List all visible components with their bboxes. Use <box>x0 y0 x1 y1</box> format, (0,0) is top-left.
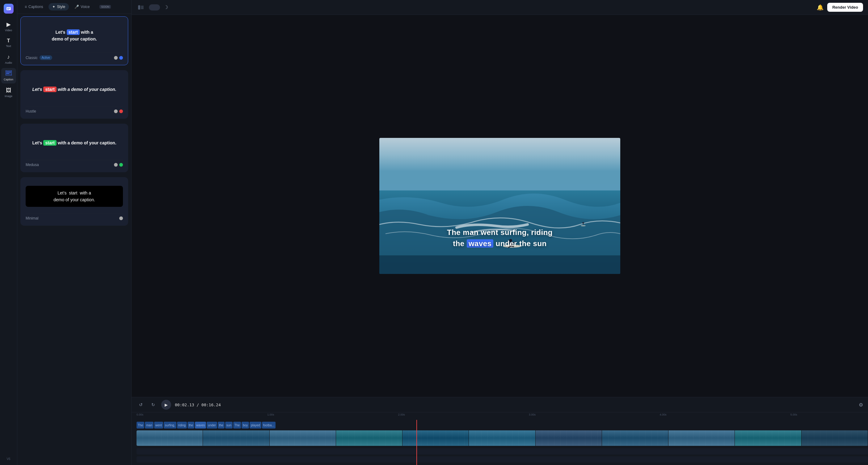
hustle-toggle[interactable] <box>114 110 123 113</box>
caption-chip-the3[interactable]: the <box>218 422 224 429</box>
minimal-text: Let's start with ademo of your caption. <box>31 190 118 203</box>
video-strip-4 <box>336 430 402 446</box>
hustle-name: Hustle <box>26 109 36 113</box>
ruler-2s: 2.00s <box>398 413 405 416</box>
caption-chip-sun[interactable]: sun <box>225 422 232 429</box>
main-panel: ≡ Captions ✦ Style 🎤 Voice SOON Let's st… <box>17 0 868 465</box>
timeline-settings-button[interactable]: ⚙ <box>859 402 863 408</box>
ruler-4s: 4.00s <box>659 413 666 416</box>
tab-soon[interactable]: SOON <box>95 3 115 10</box>
theme-toggle[interactable] <box>149 4 160 10</box>
play-button[interactable]: ▶ <box>161 400 171 410</box>
tab-captions[interactable]: ≡ Captions <box>21 3 46 10</box>
caption-chip-the1[interactable]: The <box>136 422 144 429</box>
audio-icon: ♪ <box>7 54 10 60</box>
medusa-highlight: start <box>43 140 56 146</box>
style-tab-icon: ✦ <box>52 5 55 9</box>
caption-chip-waves[interactable]: waves <box>195 422 206 429</box>
classic-toggle[interactable] <box>114 56 123 60</box>
caption-chip-the4[interactable]: The <box>233 422 241 429</box>
caption-icon <box>6 70 12 77</box>
svg-rect-0 <box>6 7 11 10</box>
toggle-off-dot <box>119 216 123 220</box>
video-strip-1 <box>136 430 203 446</box>
tabs-bar: ≡ Captions ✦ Style 🎤 Voice SOON <box>17 0 131 14</box>
video-preview: The man went surfing, riding the waves u… <box>379 138 620 274</box>
toggle-on-dot <box>119 56 123 60</box>
svg-rect-3 <box>6 70 12 76</box>
timeline-tracks: The man went surfing, riding the waves u… <box>132 420 868 465</box>
sidebar-item-audio[interactable]: ♪ Audio <box>1 51 16 67</box>
voice-tab-icon: 🎤 <box>74 5 79 9</box>
medusa-name: Medusa <box>26 163 39 167</box>
svg-rect-6 <box>138 5 140 9</box>
sidebar-item-video[interactable]: ▶ Video <box>1 19 16 34</box>
video-strip-9 <box>669 430 735 446</box>
ruler-marks: 0.00s 1.00s 2.00s 3.00s 4.00s 5.00s <box>136 413 863 419</box>
sidebar-item-caption[interactable]: Caption <box>1 68 16 84</box>
ruler-3s: 3.00s <box>529 413 536 416</box>
video-icon: ▶ <box>6 21 11 28</box>
caption-chip-the2[interactable]: the <box>187 422 194 429</box>
video-strip-3 <box>270 430 336 446</box>
captions-track: The man went surfing, riding the waves u… <box>136 421 868 429</box>
render-video-button[interactable]: Render Video <box>827 3 863 12</box>
current-time: 00:02.13 <box>175 403 194 407</box>
timeline-ruler: 0.00s 1.00s 2.00s 3.00s 4.00s 5.00s <box>132 412 868 420</box>
time-separator: / <box>196 403 202 407</box>
toggle-on-dot <box>119 110 123 113</box>
tab-voice[interactable]: 🎤 Voice <box>71 3 93 10</box>
sidebar-item-image[interactable]: 🖼 Image <box>1 85 16 100</box>
toggle-off-dot <box>114 56 118 60</box>
video-strip-5 <box>402 430 469 446</box>
caption-chip-surfing[interactable]: surfing, <box>164 422 176 429</box>
moon-icon[interactable]: ☽ <box>164 4 168 10</box>
caption-chip-boy[interactable]: boy <box>242 422 249 429</box>
svg-rect-23 <box>379 255 620 274</box>
style-card-minimal[interactable]: Let's start with ademo of your caption. … <box>21 177 128 226</box>
style-card-medusa[interactable]: Let's start with a demo of your caption.… <box>21 124 128 172</box>
style-card-classic[interactable]: Let's start with a demo of your caption.… <box>21 17 128 65</box>
video-strip-11 <box>802 430 868 446</box>
active-badge: Active <box>39 55 52 60</box>
medusa-preview: Let's start with a demo of your caption. <box>26 129 123 157</box>
caption-chip-footba[interactable]: footba... <box>262 422 276 429</box>
minimal-toggle[interactable] <box>119 216 123 220</box>
undo-button[interactable]: ↺ <box>136 400 145 409</box>
medusa-text: Let's start with a demo of your caption. <box>32 140 116 146</box>
caption-chip-played[interactable]: played <box>250 422 261 429</box>
total-time: 00:16.24 <box>202 403 221 407</box>
caption-chip-man[interactable]: man <box>145 422 153 429</box>
app-logo <box>4 4 13 13</box>
video-caption: The man went surfing, riding the waves u… <box>379 227 620 249</box>
video-strip-track <box>136 430 868 446</box>
medusa-toggle[interactable] <box>114 163 123 167</box>
toggle-off-dot <box>114 110 118 113</box>
hustle-highlight: start <box>43 87 56 92</box>
classic-name: Classic <box>26 56 38 60</box>
classic-preview: Let's start with a demo of your caption. <box>26 22 123 50</box>
sidebar-toggle-button[interactable] <box>136 3 145 12</box>
text-icon: T <box>7 38 10 43</box>
top-bar: ☽ 🔔 Render Video <box>132 0 868 15</box>
classic-highlight: start <box>67 29 80 35</box>
ruler-1s: 1.00s <box>267 413 274 416</box>
timeline-area: ↺ ↻ ▶ 00:02.13 / 00:16.24 ⚙ 0.00s 1.00s … <box>132 397 868 465</box>
style-card-hustle[interactable]: Let's start with a demo of your caption.… <box>21 70 128 119</box>
svg-rect-2 <box>7 9 9 9</box>
hustle-preview: Let's start with a demo of your caption. <box>26 76 123 103</box>
ruler-5s: 5.00s <box>790 413 797 416</box>
caption-chip-riding[interactable]: riding <box>177 422 187 429</box>
caption-chip-under[interactable]: under <box>207 422 217 429</box>
notification-button[interactable]: 🔔 <box>817 4 824 11</box>
tab-style[interactable]: ✦ Style <box>49 3 69 10</box>
svg-rect-9 <box>141 8 144 9</box>
caption-highlight-word: waves <box>467 239 494 248</box>
sidebar-item-text[interactable]: T Text <box>1 35 16 50</box>
classic-footer: Classic Active <box>26 53 123 60</box>
caption-line2-before: the <box>453 239 467 248</box>
redo-button[interactable]: ↻ <box>149 400 158 409</box>
caption-chip-went[interactable]: went <box>154 422 163 429</box>
svg-rect-4 <box>6 72 11 72</box>
svg-rect-1 <box>7 8 10 9</box>
